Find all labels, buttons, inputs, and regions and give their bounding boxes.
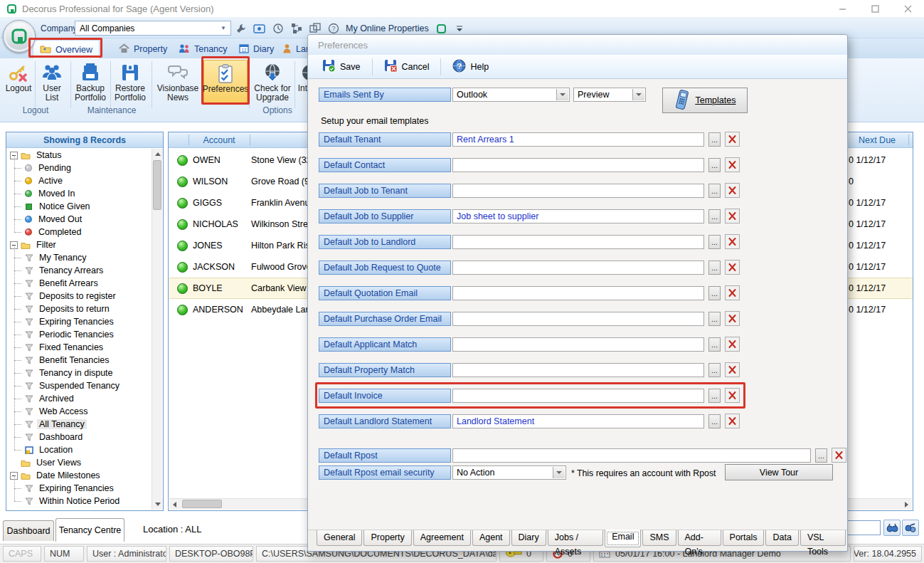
browse-button[interactable]: ...	[708, 414, 721, 428]
chevron-down-icon[interactable]	[553, 467, 565, 478]
browse-button[interactable]: ...	[708, 261, 721, 275]
dialog-tab-data[interactable]: Data	[765, 530, 798, 546]
template-field[interactable]: Rent Arrears 1	[452, 132, 704, 147]
dialog-tab-agreement[interactable]: Agreement	[413, 530, 471, 546]
column-header-next-due[interactable]: Next Due	[846, 132, 908, 148]
dialog-tab-property[interactable]: Property	[363, 530, 411, 546]
clear-button[interactable]	[832, 448, 846, 463]
clear-button[interactable]	[725, 209, 740, 223]
template-field[interactable]	[452, 363, 704, 377]
dialog-tab-jobs-assets[interactable]: Jobs / Assets	[548, 530, 603, 546]
tree-item-within-notice-period[interactable]: Within Notice Period	[8, 495, 152, 507]
dialog-tab-email[interactable]: Email	[605, 530, 641, 547]
preview-select[interactable]: Preview	[573, 88, 646, 102]
tree-item-archived[interactable]: Archived	[8, 392, 152, 405]
scroll-down-icon[interactable]	[152, 499, 163, 510]
templates-button[interactable]: Templates	[662, 88, 748, 113]
tree-item-suspended-tenancy[interactable]: Suspended Tenancy	[8, 379, 152, 392]
tree-item-completed[interactable]: Completed	[8, 226, 152, 238]
tree-item-user-views[interactable]: User Views	[8, 456, 152, 469]
template-field[interactable]	[452, 158, 704, 172]
tree-item-date-milestones[interactable]: Date Milestones	[8, 469, 152, 482]
tree-item-filter[interactable]: Filter	[8, 238, 152, 251]
clear-button[interactable]	[725, 157, 740, 172]
browse-button[interactable]: ...	[708, 132, 721, 147]
tab-tenancy-centre[interactable]: Tenancy Centre	[55, 518, 124, 542]
snapshot-icon[interactable]	[253, 23, 265, 35]
template-field[interactable]	[452, 235, 704, 249]
cancel-button[interactable]: Cancel	[380, 57, 434, 77]
clear-button[interactable]	[725, 414, 740, 428]
browse-button[interactable]: ...	[708, 184, 721, 198]
scroll-left-icon[interactable]	[169, 499, 180, 510]
template-field[interactable]	[452, 337, 704, 352]
template-field[interactable]	[452, 184, 704, 198]
scrollbar-thumb[interactable]	[153, 160, 161, 210]
tree-item-pending[interactable]: Pending	[8, 162, 152, 174]
clear-button[interactable]	[725, 234, 740, 249]
chevron-down-icon[interactable]	[556, 89, 568, 100]
tree-item-expiring-tenancies[interactable]: Expiring Tenancies	[8, 482, 152, 495]
tree-item-periodic-tenancies[interactable]: Periodic Tenancies	[8, 328, 152, 341]
clear-button[interactable]	[725, 183, 740, 198]
tree-item-deposits-to-return[interactable]: Deposits to return	[8, 302, 152, 315]
backup-portfolio-button[interactable]: Backup Portfolio	[72, 60, 109, 104]
tree-item-benefit-arrears[interactable]: Benefit Arrears	[8, 277, 152, 290]
dialog-tab-general[interactable]: General	[317, 530, 362, 546]
network-icon[interactable]	[290, 23, 302, 35]
tree-item-status[interactable]: Status	[8, 149, 152, 162]
tree-item-dashboard[interactable]: Dashboard	[8, 431, 152, 443]
default-rpost-field[interactable]	[452, 448, 811, 463]
scroll-up-icon[interactable]	[152, 149, 163, 159]
dialog-tab-portals[interactable]: Portals	[723, 530, 765, 546]
my-online-properties-link[interactable]: My Online Properties	[346, 23, 429, 33]
browse-button[interactable]: ...	[708, 209, 721, 223]
browse-button[interactable]: ...	[708, 363, 721, 377]
rpost-security-select[interactable]: No Action	[452, 465, 566, 480]
tree-item-location[interactable]: Location	[8, 443, 152, 456]
tree-item-tenancy-arrears[interactable]: Tenancy Arrears	[8, 264, 152, 277]
tab-dashboard[interactable]: Dashboard	[3, 520, 54, 541]
view-tour-button[interactable]: View Tour	[725, 464, 833, 480]
logout-button[interactable]: Logout	[2, 60, 35, 104]
tree-item-tenancy-in-dispute[interactable]: Tenancy in dispute	[8, 367, 152, 379]
toolbar-options-icon[interactable]	[454, 23, 466, 35]
dialog-tab-sms[interactable]: SMS	[642, 530, 676, 546]
advanced-search-button[interactable]	[902, 520, 919, 536]
help-icon[interactable]: ?	[327, 23, 339, 35]
dialog-tab-vsl-tools[interactable]: VSL Tools	[800, 530, 846, 546]
browse-button[interactable]: ...	[708, 158, 721, 172]
clear-button[interactable]	[725, 132, 740, 147]
clear-button[interactable]	[725, 260, 740, 275]
tree-item-moved-in[interactable]: Moved In	[8, 187, 152, 200]
user-list-button[interactable]: User List	[36, 60, 68, 104]
tree-item-deposits-to-register[interactable]: Deposits to register	[8, 290, 152, 302]
hscroll-thumb[interactable]	[182, 500, 222, 508]
tree-item-notice-given[interactable]: Notice Given	[8, 200, 152, 213]
close-button[interactable]	[891, 0, 924, 17]
clear-button[interactable]	[725, 311, 740, 326]
tree-item-moved-out[interactable]: Moved Out	[8, 213, 152, 226]
windows-icon[interactable]	[309, 23, 321, 35]
tree-item-all-tenancy[interactable]: All Tenancy	[8, 418, 152, 431]
clear-button[interactable]	[725, 337, 740, 352]
search-binoculars-button[interactable]	[883, 520, 901, 536]
browse-button[interactable]: ...	[708, 312, 721, 326]
template-field[interactable]: Job sheet to supplier	[452, 209, 704, 223]
history-icon[interactable]	[272, 23, 284, 35]
minimize-button[interactable]	[826, 0, 859, 17]
scroll-right-icon[interactable]	[901, 499, 912, 510]
dialog-tab-diary[interactable]: Diary	[511, 530, 546, 546]
clear-button[interactable]	[725, 362, 740, 377]
visionbase-news-button[interactable]: Visionbase News	[156, 60, 200, 104]
tree-scrollbar[interactable]	[152, 149, 162, 510]
template-field[interactable]	[452, 312, 704, 326]
browse-button[interactable]: ...	[815, 448, 827, 463]
tree-item-web-access[interactable]: Web Access	[8, 405, 152, 418]
browse-button[interactable]: ...	[708, 235, 721, 249]
restore-portfolio-button[interactable]: Restore Portfolio	[112, 60, 149, 104]
tree-item-expiring-tenancies[interactable]: Expiring Tenancies	[8, 315, 152, 328]
check-for-upgrade-button[interactable]: Check for Upgrade	[250, 60, 294, 104]
emails-sent-by-select[interactable]: Outlook	[452, 88, 570, 102]
clear-button[interactable]	[725, 285, 740, 300]
